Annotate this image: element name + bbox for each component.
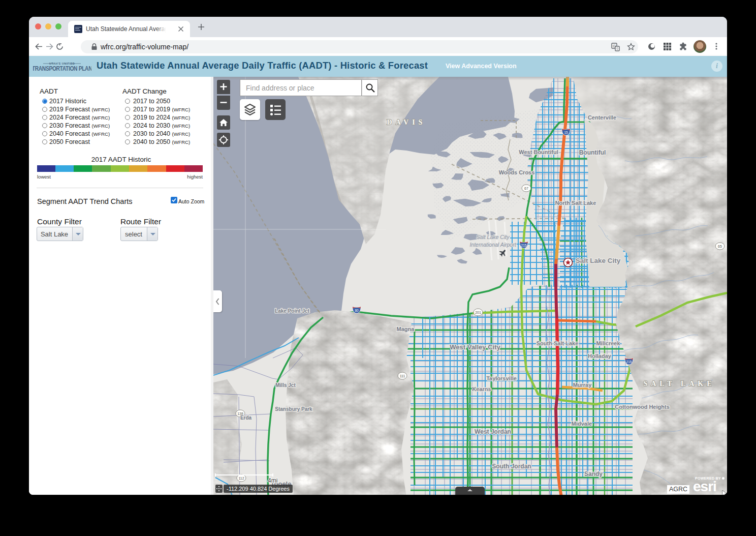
svg-text:South Salt Lake: South Salt Lake [537,340,579,346]
svg-text:Salt Lake City: Salt Lake City [477,234,510,240]
svg-text:Sandy: Sandy [584,470,603,478]
svg-text:DAVIS: DAVIS [387,118,426,126]
svg-text:West Bountiful: West Bountiful [519,149,558,155]
svg-text:Erda: Erda [240,415,252,421]
svg-text:Centerville: Centerville [588,114,616,121]
svg-text:Woods Cross: Woods Cross [499,169,535,175]
svg-text:80: 80 [355,309,359,312]
svg-text:TRANSPORTATION PLAN: TRANSPORTATION PLAN [33,65,91,73]
svg-text:North Salt Lake: North Salt Lake [555,200,596,206]
svg-text:Taylorsville: Taylorsville [486,375,517,381]
svg-text:Kearns: Kearns [472,386,491,392]
svg-text:215: 215 [626,360,632,364]
svg-text:111: 111 [400,374,405,378]
svg-text:67: 67 [524,187,528,190]
svg-text:Magna: Magna [397,326,415,332]
svg-text:Cottonwood Heights: Cottonwood Heights [615,404,670,410]
svg-text:International Airport: International Airport [469,242,516,248]
svg-text:65: 65 [718,245,722,248]
svg-text:SALT LAKE: SALT LAKE [643,380,715,388]
svg-text:Millcreek: Millcreek [596,340,620,346]
svg-text:215: 215 [521,244,527,247]
svg-text:4mi: 4mi [268,477,277,484]
svg-text:Bountiful: Bountiful [579,149,606,156]
svg-text:Mills Jct: Mills Jct [275,382,296,388]
svg-text:Midvale: Midvale [572,421,592,427]
svg-text:West Jordan: West Jordan [475,428,511,435]
svg-text:Holladay: Holladay [588,353,612,359]
svg-text:South Jordan: South Jordan [492,463,531,470]
svg-text:West Valley City: West Valley City [450,343,500,351]
svg-text:15: 15 [564,131,568,134]
svg-text:201: 201 [475,311,481,314]
svg-text:Salt Lake City: Salt Lake City [576,257,621,264]
svg-text:Lake Point Jct: Lake Point Jct [275,308,309,314]
svg-text:Stansbury Park: Stansbury Park [275,406,312,412]
svg-text:Murray: Murray [573,382,592,388]
svg-text:esri: esri [693,479,716,494]
